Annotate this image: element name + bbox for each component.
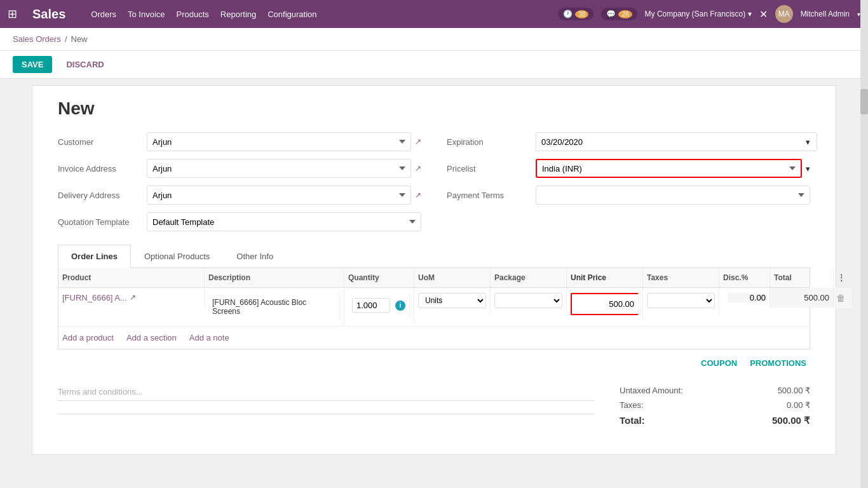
product-ext-link[interactable]: ↗: [130, 293, 136, 302]
tabs: Order Lines Optional Products Other Info: [58, 245, 810, 268]
form-row-3: Delivery Address Arjun ↗ Payment Terms: [58, 185, 810, 205]
unit-price-value[interactable]: [571, 293, 639, 315]
header-quantity: Quantity: [344, 268, 414, 287]
close-button[interactable]: ✕: [759, 8, 768, 20]
add-note-link[interactable]: Add a note: [189, 333, 229, 342]
taxes-row: Taxes: 0.00 ₹: [620, 398, 810, 412]
navbar-right: 🕐 38 💬 28 My Company (San Francisco) ▾ ✕…: [558, 5, 860, 23]
add-section-link[interactable]: Add a section: [126, 333, 177, 342]
customer-group: Customer Arjun ↗: [58, 132, 421, 152]
total-cell: 500.00: [770, 288, 834, 308]
user-name: Mitchell Admin: [801, 10, 850, 18]
template-select[interactable]: Default Template: [147, 212, 421, 231]
tab-other-info[interactable]: Other Info: [223, 245, 287, 268]
taxes-select[interactable]: [647, 293, 715, 308]
total-row: Total: 500.00 ₹: [620, 412, 810, 429]
table-header: Product Description Quantity UoM Package…: [58, 268, 810, 288]
nav-orders[interactable]: Orders: [91, 10, 116, 19]
chat-count: 28: [618, 10, 632, 18]
breadcrumb: Sales Orders / New: [0, 28, 868, 51]
table-row: [FURN_6666] A... ↗ [FURN_6666] Acoustic …: [58, 288, 810, 327]
unit-price-input[interactable]: [576, 299, 634, 309]
total-label: Total:: [620, 415, 658, 426]
coupon-button[interactable]: COUPON: [701, 358, 737, 368]
header-unit-price: Unit Price: [567, 268, 643, 287]
total-value: 500.00 ₹: [747, 415, 810, 426]
disc-cell: [719, 288, 770, 308]
company-selector[interactable]: My Company (San Francisco) ▾: [645, 10, 752, 18]
brand-label: Sales: [32, 7, 65, 22]
untaxed-label: Untaxed Amount:: [620, 386, 696, 395]
quantity-input[interactable]: [352, 298, 390, 313]
untaxed-row: Untaxed Amount: 500.00 ₹: [620, 383, 810, 398]
unit-price-cell[interactable]: [567, 288, 643, 320]
delete-row-button[interactable]: 🗑: [836, 293, 845, 303]
pricelist-field: India (INR) ▾: [536, 159, 810, 178]
invoice-group: Invoice Address Arjun ↗: [58, 158, 421, 179]
action-bar: SAVE DISCARD: [0, 51, 868, 79]
delete-cell: 🗑: [834, 288, 853, 308]
save-button[interactable]: SAVE: [13, 56, 52, 73]
promotions-button[interactable]: PROMOTIONS: [750, 358, 806, 368]
header-uom: UoM: [414, 268, 491, 287]
delivery-select[interactable]: Arjun: [147, 186, 411, 205]
invoice-field: Arjun ↗: [147, 159, 421, 178]
breadcrumb-parent[interactable]: Sales Orders: [13, 34, 61, 44]
add-links: Add a product Add a section Add a note: [58, 327, 810, 349]
customer-field: Arjun ↗: [147, 132, 421, 151]
description-cell[interactable]: [FURN_6666] Acoustic Bloc Screens: [205, 288, 344, 326]
nav-products[interactable]: Products: [177, 10, 209, 19]
delivery-ext-link[interactable]: ↗: [415, 191, 421, 200]
terms-input[interactable]: Terms and conditions...: [58, 383, 594, 401]
tab-optional-products[interactable]: Optional Products: [131, 245, 223, 268]
payment-group: Payment Terms: [447, 185, 810, 205]
chat-button[interactable]: 💬 28: [601, 8, 637, 20]
nav-to-invoice[interactable]: To Invoice: [128, 10, 165, 19]
empty-right: [447, 212, 810, 232]
disc-input[interactable]: [728, 293, 766, 302]
total-value: 500.00: [804, 293, 829, 302]
scrollbar-thumb[interactable]: [860, 89, 868, 114]
notif-count: 38: [575, 10, 588, 18]
invoice-ext-link[interactable]: ↗: [415, 164, 421, 173]
header-disc: Disc.%: [719, 268, 770, 287]
terms-section: Terms and conditions...: [58, 383, 594, 414]
form-row-1: Customer Arjun ↗ Expiration ▾: [58, 132, 810, 152]
avatar[interactable]: MA: [775, 5, 793, 23]
uom-select[interactable]: Units: [418, 293, 486, 308]
taxes-value: 0.00 ₹: [747, 400, 810, 410]
untaxed-value: 500.00 ₹: [747, 386, 810, 395]
notif-button[interactable]: 🕐 38: [558, 8, 593, 20]
nav-reporting[interactable]: Reporting: [220, 10, 256, 19]
grid-icon[interactable]: ⊞: [8, 7, 17, 21]
header-total: Total: [770, 268, 834, 287]
add-product-link[interactable]: Add a product: [62, 333, 114, 342]
coupon-row: COUPON PROMOTIONS: [58, 349, 810, 377]
delivery-field: Arjun ↗: [147, 186, 421, 205]
header-description: Description: [205, 268, 344, 287]
invoice-select[interactable]: Arjun: [147, 159, 411, 178]
customer-ext-link[interactable]: ↗: [415, 137, 421, 146]
nav-configuration[interactable]: Configuration: [268, 10, 316, 19]
nav-menu: Orders To Invoice Products Reporting Con…: [91, 10, 545, 19]
package-select[interactable]: [494, 293, 562, 308]
navbar: ⊞ Sales Orders To Invoice Products Repor…: [0, 0, 868, 28]
payment-field: [536, 186, 810, 205]
expiration-input[interactable]: [536, 132, 817, 151]
discard-button[interactable]: DISCARD: [57, 56, 112, 73]
product-name[interactable]: [FURN_6666] A...: [62, 293, 127, 302]
tab-order-lines[interactable]: Order Lines: [58, 245, 131, 268]
header-package: Package: [491, 268, 567, 287]
expiration-dropdown-icon[interactable]: ▾: [806, 137, 810, 147]
scrollbar[interactable]: [860, 0, 868, 488]
info-icon[interactable]: i: [395, 301, 405, 311]
header-product: Product: [58, 268, 205, 287]
pricelist-select[interactable]: India (INR): [536, 159, 802, 178]
header-actions: ⋮: [834, 268, 853, 287]
payment-select[interactable]: [536, 186, 810, 205]
delivery-group: Delivery Address Arjun ↗: [58, 185, 421, 205]
clock-icon: 🕐: [563, 10, 573, 18]
pricelist-dropdown-icon[interactable]: ▾: [806, 164, 810, 173]
customer-select[interactable]: Arjun: [147, 132, 411, 151]
totals-table: Untaxed Amount: 500.00 ₹ Taxes: 0.00 ₹ T…: [620, 383, 810, 429]
